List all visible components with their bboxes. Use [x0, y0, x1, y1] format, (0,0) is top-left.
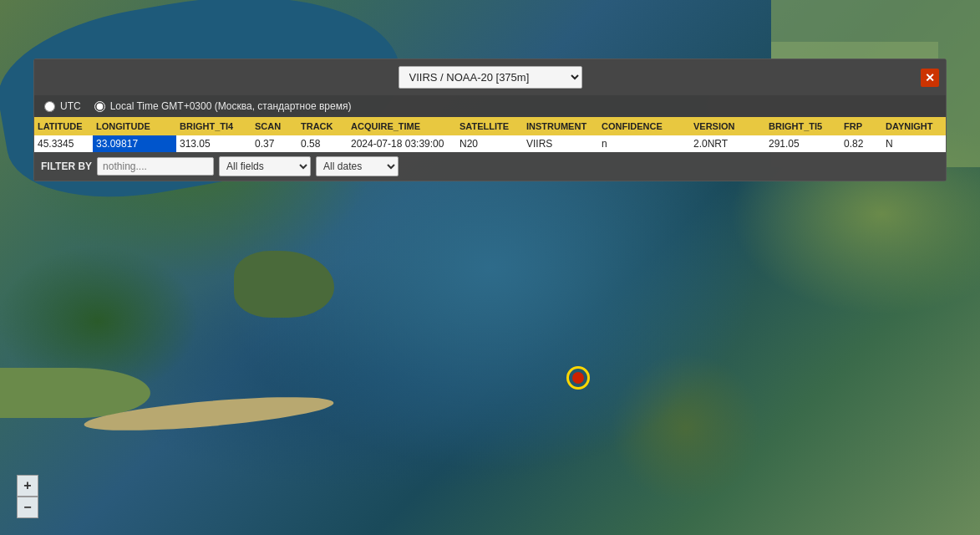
cell-latitude: 45.3345 [34, 135, 93, 152]
cell-frp: 0.82 [840, 135, 882, 152]
local-label: Local Time GMT+0300 (Москва, стандартное… [110, 100, 352, 112]
fire-marker[interactable] [566, 366, 590, 390]
col-frp: FRP [840, 120, 882, 133]
col-version: VERSION [690, 120, 765, 133]
cell-scan: 0.37 [251, 135, 297, 152]
col-bright-ti5: BRIGHT_TI5 [765, 120, 840, 133]
utc-radio-group: UTC [44, 100, 81, 112]
table-row[interactable]: 45.3345 33.09817 313.05 0.37 0.58 2024-0… [34, 135, 946, 152]
fields-select[interactable]: All fieldsLATITUDELONGITUDESATELLITEINST… [219, 156, 311, 176]
col-daynight: DAYNIGHT [882, 120, 949, 133]
zoom-in-button[interactable]: + [17, 475, 38, 497]
cell-track: 0.58 [297, 135, 348, 152]
local-radio[interactable] [94, 101, 105, 112]
satellite-select[interactable]: VIIRS / NOAA-20 [375m]VIIRS / Suomi-NPP … [399, 66, 582, 89]
zoom-out-button[interactable]: − [17, 497, 38, 518]
filter-label: FILTER BY [41, 160, 92, 172]
close-button[interactable]: ✕ [921, 69, 939, 87]
timezone-bar: UTC Local Time GMT+0300 (Москва, стандар… [34, 95, 946, 117]
title-bar: VIIRS / NOAA-20 [375m]VIIRS / Suomi-NPP … [34, 59, 946, 95]
table-header: LATITUDE LONGITUDE BRIGHT_TI4 SCAN TRACK… [34, 117, 946, 135]
col-scan: SCAN [251, 120, 297, 133]
local-radio-group: Local Time GMT+0300 (Москва, стандартное… [94, 100, 352, 112]
col-satellite: SATELLITE [456, 120, 523, 133]
fire-dot [572, 372, 584, 384]
cell-bright-ti4: 313.05 [176, 135, 251, 152]
cell-longitude: 33.09817 [93, 135, 176, 152]
col-latitude: LATITUDE [34, 120, 93, 133]
main-panel: VIIRS / NOAA-20 [375m]VIIRS / Suomi-NPP … [33, 59, 947, 181]
col-bright-ti4: BRIGHT_TI4 [176, 120, 251, 133]
cell-instrument: VIIRS [523, 135, 598, 152]
cell-satellite: N20 [456, 135, 523, 152]
cell-version: 2.0NRT [690, 135, 765, 152]
cell-confidence: n [598, 135, 690, 152]
utc-radio[interactable] [44, 101, 55, 112]
filter-bar: FILTER BY All fieldsLATITUDELONGITUDESAT… [34, 152, 946, 181]
filter-input[interactable] [97, 157, 214, 176]
col-confidence: CONFIDENCE [598, 120, 690, 133]
col-longitude: LONGITUDE [93, 120, 176, 133]
col-track: TRACK [297, 120, 348, 133]
col-instrument: INSTRUMENT [523, 120, 598, 133]
col-acquire-time: ACQUIRE_TIME [348, 120, 456, 133]
cell-acquire-time: 2024-07-18 03:39:00 [348, 135, 456, 152]
cell-daynight: N [882, 135, 949, 152]
utc-label: UTC [60, 100, 81, 112]
dates-select[interactable]: All datesTodayLast 7 daysLast 30 days [316, 156, 399, 176]
zoom-controls: + − [17, 475, 38, 518]
cell-bright-ti5: 291.05 [765, 135, 840, 152]
